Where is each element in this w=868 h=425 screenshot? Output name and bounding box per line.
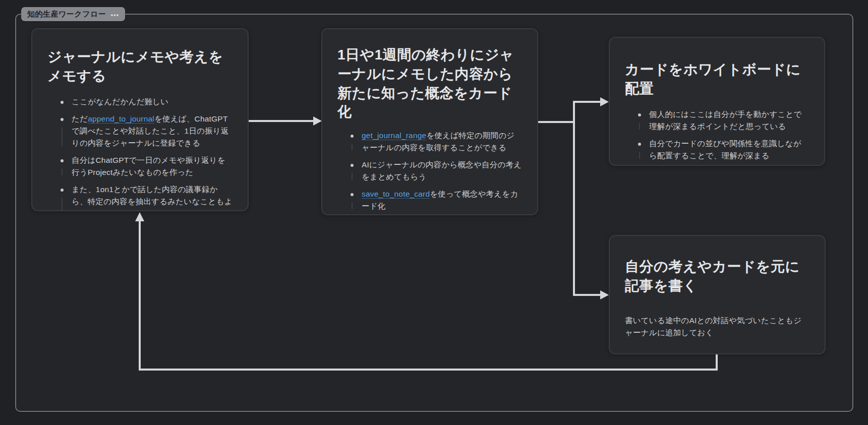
bullet-text: ただ [72,114,88,123]
card-place-on-whiteboard[interactable]: カードをホワイトボードに配置 個人的にはここは自分が手を動かすことで理解が深まる… [609,37,825,166]
arrowhead-icon [313,116,322,126]
connector-line [574,101,602,103]
bullet-item: save_to_note_cardを使って概念や考えをカード化 [348,188,522,212]
connector-line [538,121,575,123]
bullet-text: AIにジャーナルの内容から概念や自分の考えをまとめてもらう [362,160,522,181]
inline-tool-link[interactable]: save_to_note_card [362,190,430,199]
connector-line [249,120,314,122]
frame-label[interactable]: 知的生産ワークフロー ••• [21,7,125,21]
card-concept-to-card[interactable]: 1日や1週間の終わりにジャーナルにメモした内容から新たに知った概念をカード化 g… [321,28,538,215]
card-title: 自分の考えやカードを元に記事を書く [625,257,809,295]
card-journal-memo[interactable]: ジャーナルにメモや考えをメモする ここがなんだかんだ難しいただappend_to… [31,28,249,211]
connector-line [139,221,141,371]
inline-tool-link[interactable]: get_journal_range [362,131,426,140]
arrowhead-icon [135,212,144,221]
bullet-item: 自分はChatGPTで一日のメモや振り返りを行うProjectみたいなものを作っ… [57,154,233,178]
connector-line [574,294,602,296]
bullet-item: また、1on1とかで話した内容の議事録から、特定の内容を抽出するみたいなこともよ… [57,184,233,211]
bullet-list: ここがなんだかんだ難しいただappend_to_journalを使えば、Chat… [47,96,233,211]
card-write-article[interactable]: 自分の考えやカードを元に記事を書く 書いている途中のAIとの対話や気づいたことも… [609,235,826,354]
bullet-text: 個人的にはここは自分が手を動かすことで理解が深まるポイントだと思っている [649,110,802,131]
bullet-list: 個人的にはここは自分が手を動かすことで理解が深まるポイントだと思っている自分でカ… [625,108,809,162]
bullet-text: 自分はChatGPTで一日のメモや振り返りを行うProjectみたいなものを作っ… [72,156,225,176]
connector-line [573,101,575,296]
card-title: 1日や1週間の終わりにジャーナルにメモした内容から新たに知った概念をカード化 [337,45,522,122]
bullet-item: get_journal_rangeを使えば特定の期間のジャーナルの内容を取得する… [348,130,522,154]
frame-menu-dots-icon[interactable]: ••• [110,11,119,18]
bullet-item: ただappend_to_journalを使えば、ChatGPTで調べたことや対話… [57,113,233,149]
card-body-text: 書いている途中のAIとの対話や気づいたこともジャーナルに追加しておく [625,315,809,340]
connector-line [139,369,718,371]
bullet-list: get_journal_rangeを使えば特定の期間のジャーナルの内容を取得する… [337,130,522,215]
whiteboard-canvas[interactable]: 知的生産ワークフロー ••• ジャーナルにメモや考えをメモする ここがなんだかん… [0,0,868,425]
arrowhead-icon [600,97,609,106]
bullet-item: ここがなんだかんだ難しい [57,96,233,108]
bullet-item: 自分でカードの並びや関係性を意識しながら配置することで、理解が深まる [635,138,809,162]
bullet-item: 個人的にはここは自分が手を動かすことで理解が深まるポイントだと思っている [635,108,809,133]
bullet-text: また、1on1とかで話した内容の議事録から、特定の内容を抽出するみたいなこともよ… [72,185,233,211]
bullet-text: 自分でカードの並びや関係性を意識しながら配置することで、理解が深まる [649,139,801,160]
inline-tool-link[interactable]: append_to_journal [88,114,154,124]
card-title: ジャーナルにメモや考えをメモする [47,47,233,86]
bullet-item: AIにジャーナルの内容から概念や自分の考えをまとめてもらう [348,159,522,183]
bullet-text: ここがなんだかんだ難しい [72,97,168,106]
arrowhead-icon [600,290,609,299]
card-title: カードをホワイトボードに配置 [625,60,809,98]
frame-title: 知的生産ワークフロー [27,10,106,19]
